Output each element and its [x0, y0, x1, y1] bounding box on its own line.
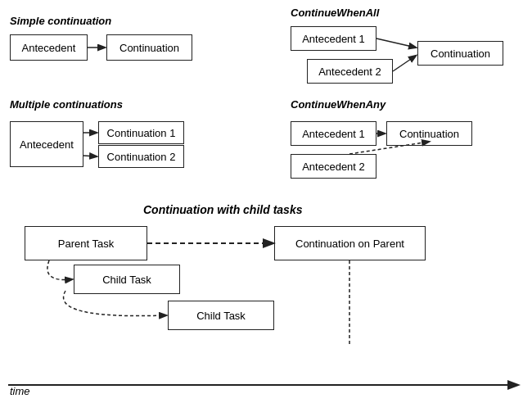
- mc-continuation1-box: Continuation 1: [98, 121, 184, 144]
- mc-antecedent-box: Antecedent: [10, 121, 83, 167]
- svg-line-4: [83, 156, 97, 156]
- cwany-continuation-box: Continuation: [386, 121, 472, 146]
- simple-antecedent-box: Antecedent: [10, 34, 88, 61]
- continuation-on-parent-box: Continuation on Parent: [274, 226, 426, 260]
- multiple-continuations-title: Multiple continuations: [10, 98, 123, 111]
- time-label: time: [10, 385, 30, 397]
- svg-line-1: [376, 38, 416, 48]
- simple-continuation-box: Continuation: [106, 34, 192, 61]
- cwa-continuation-box: Continuation: [417, 41, 503, 66]
- svg-line-2: [393, 56, 416, 71]
- diagram-container: Simple continuation Antecedent Continuat…: [0, 0, 532, 412]
- cwany-antecedent2-box: Antecedent 2: [291, 154, 376, 179]
- parent-task-box: Parent Task: [25, 226, 147, 260]
- continue-when-all-title: ContinueWhenAll: [291, 7, 379, 19]
- child-tasks-title: Continuation with child tasks: [143, 203, 302, 216]
- mc-continuation2-box: Continuation 2: [98, 145, 184, 168]
- cwa-antecedent1-box: Antecedent 1: [291, 26, 376, 51]
- continue-when-any-title: ContinueWhenAny: [291, 98, 385, 111]
- cwa-antecedent2-box: Antecedent 2: [307, 59, 393, 84]
- child-task2-box: Child Task: [168, 301, 274, 330]
- simple-continuation-title: Simple continuation: [10, 15, 111, 27]
- cwany-antecedent1-box: Antecedent 1: [291, 121, 376, 146]
- child-task1-box: Child Task: [74, 265, 180, 294]
